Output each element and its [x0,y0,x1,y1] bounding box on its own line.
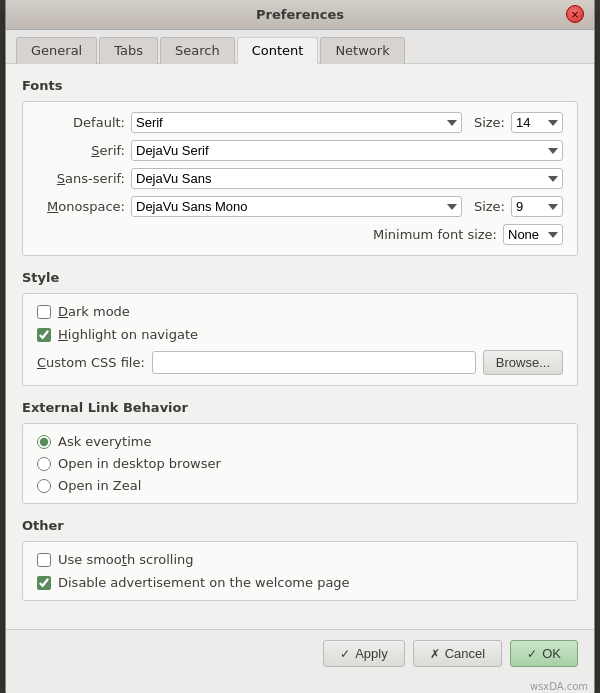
smooth-scroll-row: Use smooth scrolling [37,552,563,567]
apply-label: Apply [355,646,388,661]
titlebar: Preferences × [6,0,594,30]
tab-network[interactable]: Network [320,37,404,64]
highlight-row: Highlight on navigate [37,327,563,342]
smooth-scroll-checkbox[interactable] [37,553,51,567]
css-file-label: Custom CSS file: [37,355,145,370]
mono-font-row: Monospace: DejaVu Sans Mono Courier New … [37,196,563,217]
disable-ad-label[interactable]: Disable advertisement on the welcome pag… [58,575,350,590]
mono-size-select[interactable]: 91011121314 [511,196,563,217]
default-size-label: Size: [474,115,505,130]
disable-ad-checkbox[interactable] [37,576,51,590]
smooth-scroll-label[interactable]: Use smooth scrolling [58,552,194,567]
default-font-label: Default: [37,115,125,130]
disable-ad-row: Disable advertisement on the welcome pag… [37,575,563,590]
zeal-radio[interactable] [37,479,51,493]
fonts-section-box: Default: Serif Sans-serif Monospace Size… [22,101,578,256]
apply-icon: ✓ [340,647,350,661]
main-content: Fonts Default: Serif Sans-serif Monospac… [6,64,594,629]
cancel-icon: ✗ [430,647,440,661]
external-link-section: External Link Behavior Ask everytime Ope… [22,400,578,504]
dark-mode-label[interactable]: Dark mode [58,304,130,319]
highlight-label[interactable]: Highlight on navigate [58,327,198,342]
default-font-select[interactable]: Serif Sans-serif Monospace [131,112,462,133]
mono-font-select[interactable]: DejaVu Sans Mono Courier New Consolas [131,196,462,217]
apply-button[interactable]: ✓ Apply [323,640,405,667]
button-bar: ✓ Apply ✗ Cancel ✓ OK [6,629,594,679]
default-font-select-wrapper: Serif Sans-serif Monospace [131,112,462,133]
default-size-select[interactable]: 1491011121315161820 [511,112,563,133]
other-section-box: Use smooth scrolling Disable advertiseme… [22,541,578,601]
serif-font-row: Serif: DejaVu Serif Times New Roman Geor… [37,140,563,161]
tabs-bar: General Tabs Search Content Network [6,30,594,64]
browser-label[interactable]: Open in desktop browser [58,456,221,471]
css-file-input[interactable] [152,351,476,374]
tab-search[interactable]: Search [160,37,235,64]
dark-mode-row: Dark mode [37,304,563,319]
serif-font-label: Serif: [37,143,125,158]
default-font-row: Default: Serif Sans-serif Monospace Size… [37,112,563,133]
sans-font-label: Sans-serif: [37,171,125,186]
serif-font-select-wrapper: DejaVu Serif Times New Roman Georgia [131,140,563,161]
css-file-row: Custom CSS file: Browse... [37,350,563,375]
mono-font-label: Monospace: [37,199,125,214]
dark-mode-checkbox[interactable] [37,305,51,319]
zeal-label[interactable]: Open in Zeal [58,478,141,493]
ok-button[interactable]: ✓ OK [510,640,578,667]
browser-radio-row: Open in desktop browser [37,456,563,471]
style-section-box: Dark mode Highlight on navigate Custom C… [22,293,578,386]
fonts-section: Fonts Default: Serif Sans-serif Monospac… [22,78,578,256]
ok-label: OK [542,646,561,661]
highlight-checkbox[interactable] [37,328,51,342]
serif-font-select[interactable]: DejaVu Serif Times New Roman Georgia [131,140,563,161]
preferences-window: Preferences × General Tabs Search Conten… [5,0,595,693]
style-section-label: Style [22,270,578,285]
browse-button[interactable]: Browse... [483,350,563,375]
mono-font-select-wrapper: DejaVu Sans Mono Courier New Consolas [131,196,462,217]
cancel-button[interactable]: ✗ Cancel [413,640,502,667]
minsize-select[interactable]: None9101112 [503,224,563,245]
minsize-row: Minimum font size: None9101112 [37,224,563,245]
style-section: Style Dark mode Highlight on navigate Cu… [22,270,578,386]
cancel-label: Cancel [445,646,485,661]
ask-radio-row: Ask everytime [37,434,563,449]
ok-icon: ✓ [527,647,537,661]
window-title: Preferences [34,7,566,22]
sans-font-select-wrapper: DejaVu Sans Arial Helvetica [131,168,563,189]
external-link-box: Ask everytime Open in desktop browser Op… [22,423,578,504]
other-section: Other Use smooth scrolling Disable adver… [22,518,578,601]
tab-tabs[interactable]: Tabs [99,37,158,64]
browser-radio[interactable] [37,457,51,471]
other-section-label: Other [22,518,578,533]
ask-radio[interactable] [37,435,51,449]
minsize-label: Minimum font size: [373,227,497,242]
sans-font-row: Sans-serif: DejaVu Sans Arial Helvetica [37,168,563,189]
zeal-radio-row: Open in Zeal [37,478,563,493]
fonts-section-label: Fonts [22,78,578,93]
close-button[interactable]: × [566,5,584,23]
sans-font-select[interactable]: DejaVu Sans Arial Helvetica [131,168,563,189]
external-link-label: External Link Behavior [22,400,578,415]
tab-content[interactable]: Content [237,37,319,64]
ask-label[interactable]: Ask everytime [58,434,151,449]
tab-general[interactable]: General [16,37,97,64]
mono-size-label: Size: [474,199,505,214]
watermark: wsxDA.com [6,679,594,693]
